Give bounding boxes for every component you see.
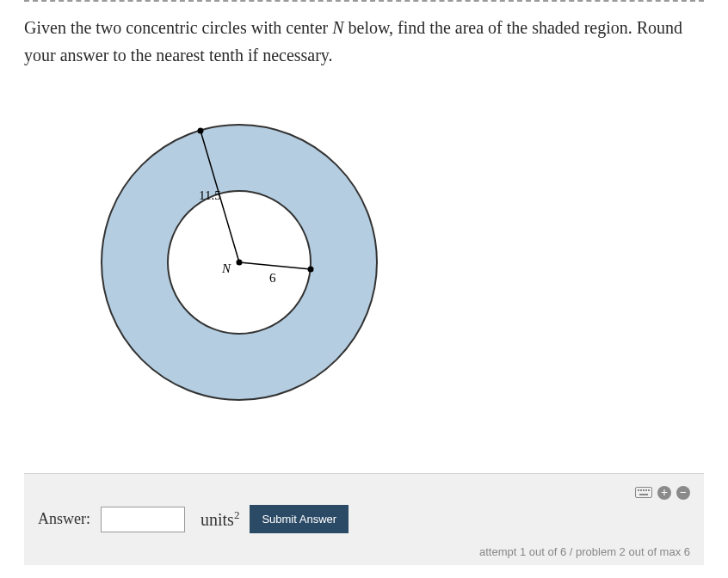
- keyboard-icon[interactable]: [635, 486, 652, 498]
- svg-rect-2: [640, 489, 642, 491]
- outer-radius-label: 11.5: [199, 188, 221, 202]
- inner-radius-label: 6: [269, 271, 276, 285]
- svg-rect-4: [645, 489, 647, 491]
- svg-rect-3: [643, 489, 645, 491]
- svg-rect-1: [638, 489, 639, 491]
- svg-rect-5: [648, 489, 650, 491]
- center-point: [237, 260, 243, 266]
- svg-rect-6: [639, 494, 648, 495]
- diagram-container: 11.5 N 6: [24, 95, 704, 421]
- concentric-circles-diagram: 11.5 N 6: [76, 95, 403, 421]
- answer-row: Answer: units2 Submit Answer: [38, 505, 690, 533]
- answer-input[interactable]: [101, 507, 185, 532]
- center-variable: N: [332, 18, 343, 37]
- zoom-out-icon[interactable]: −: [676, 486, 690, 500]
- units-exponent: 2: [234, 508, 240, 521]
- units-text: units: [201, 510, 234, 529]
- question-text: Given the two concentric circles with ce…: [24, 14, 704, 69]
- icon-row: + −: [38, 486, 690, 500]
- zoom-in-icon[interactable]: +: [657, 486, 671, 500]
- svg-rect-0: [636, 487, 652, 497]
- submit-answer-button[interactable]: Submit Answer: [250, 505, 349, 533]
- inner-radius-endpoint: [308, 267, 314, 273]
- center-label: N: [221, 261, 231, 275]
- answer-bar: + − Answer: units2 Submit Answer attempt…: [24, 473, 704, 565]
- attempt-info: attempt 1 out of 6 / problem 2 out of ma…: [38, 545, 690, 558]
- units-label: units2: [201, 508, 239, 530]
- question-prefix: Given the two concentric circles with ce…: [24, 18, 332, 37]
- outer-radius-endpoint: [198, 128, 204, 134]
- answer-label: Answer:: [38, 510, 90, 528]
- question-area: Given the two concentric circles with ce…: [0, 2, 728, 473]
